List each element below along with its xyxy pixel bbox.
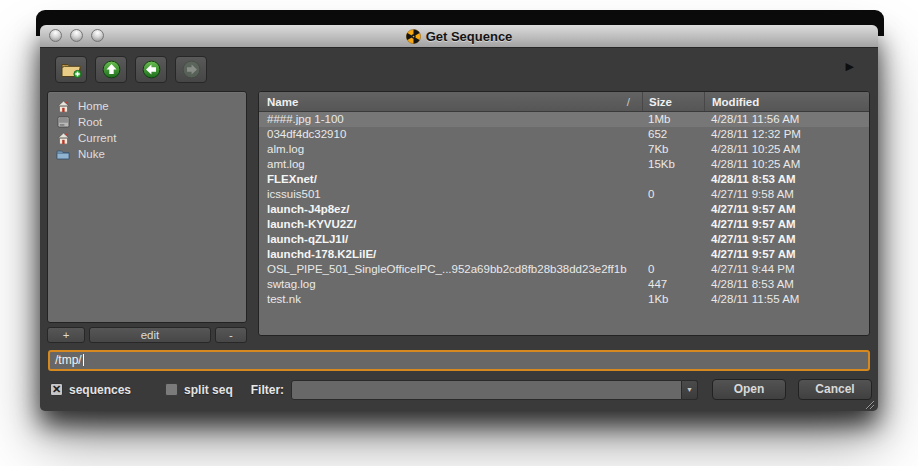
- sequences-checkbox[interactable]: ✕ sequences: [50, 383, 131, 397]
- cell-size: 7Kb: [642, 142, 704, 157]
- window-title: Get Sequence: [426, 29, 513, 44]
- open-button[interactable]: Open: [712, 379, 786, 400]
- cell-size: [642, 172, 704, 187]
- cell-name: icssuis501: [259, 187, 642, 202]
- sidebar-item-label: Nuke: [78, 148, 105, 160]
- filter-input[interactable]: [291, 380, 682, 400]
- column-header-size[interactable]: Size: [642, 92, 704, 111]
- cell-name: amt.log: [259, 157, 642, 172]
- sidebar-item-nuke[interactable]: Nuke: [48, 146, 246, 162]
- table-row[interactable]: alm.log7Kb4/28/11 10:25 AM: [259, 142, 869, 157]
- cell-name: OSL_PIPE_501_SingleOfficeIPC_...952a69bb…: [259, 262, 642, 277]
- table-row[interactable]: ####.jpg 1-1001Mb4/28/11 11:56 AM: [259, 112, 869, 127]
- file-rows: ####.jpg 1-1001Mb4/28/11 11:56 AM034df4d…: [259, 112, 869, 307]
- home-icon: [56, 100, 70, 113]
- cell-size: 1Mb: [642, 112, 704, 127]
- cell-size: [642, 217, 704, 232]
- title-area: Get Sequence: [40, 25, 878, 47]
- cell-size: [642, 232, 704, 247]
- up-directory-button[interactable]: [95, 56, 127, 83]
- text-caret: [83, 354, 84, 366]
- cell-modified: 4/27/11 9:57 AM: [704, 232, 869, 247]
- favorites-panel: Home Root: [47, 91, 247, 323]
- cell-name: alm.log: [259, 142, 642, 157]
- sidebar-item-home[interactable]: Home: [48, 98, 246, 114]
- table-row[interactable]: FLEXnet/4/28/11 8:53 AM: [259, 172, 869, 187]
- cell-modified: 4/28/11 10:25 AM: [704, 157, 869, 172]
- toolbar-overflow-arrow[interactable]: ▶: [846, 61, 854, 72]
- nuke-app-icon: [406, 29, 421, 44]
- file-list-header: Name / Size Modified: [259, 92, 869, 112]
- table-row[interactable]: launch-J4p8ez/4/27/11 9:57 AM: [259, 202, 869, 217]
- hard-drive-icon: [56, 116, 70, 128]
- desktop: Get Sequence: [0, 0, 918, 466]
- cell-name: 034df4dc32910: [259, 127, 642, 142]
- path-value: /tmp/: [55, 353, 82, 367]
- nav-toolbar: [55, 56, 207, 83]
- cell-modified: 4/28/11 8:53 AM: [704, 277, 869, 292]
- add-favorite-button[interactable]: +: [47, 327, 85, 343]
- resize-grip[interactable]: [863, 396, 875, 408]
- cell-name: launch-qZLJ1I/: [259, 232, 642, 247]
- table-row[interactable]: 034df4dc329106524/28/11 12:32 PM: [259, 127, 869, 142]
- checkbox-box: ✕: [50, 383, 63, 396]
- table-row[interactable]: icssuis50104/27/11 9:58 AM: [259, 187, 869, 202]
- forward-button: [175, 56, 207, 83]
- remove-favorite-button[interactable]: -: [215, 327, 247, 343]
- cell-name: launch-J4p8ez/: [259, 202, 642, 217]
- table-row[interactable]: launch-KYVU2Z/4/27/11 9:57 AM: [259, 217, 869, 232]
- cell-name: swtag.log: [259, 277, 642, 292]
- sidebar-item-label: Current: [78, 132, 116, 144]
- cell-size: 0: [642, 262, 704, 277]
- checkbox-label: split seq: [184, 383, 233, 397]
- folder-icon: [56, 149, 70, 160]
- cell-modified: 4/28/11 12:32 PM: [704, 127, 869, 142]
- cell-modified: 4/28/11 10:25 AM: [704, 142, 869, 157]
- table-row[interactable]: launch-qZLJ1I/4/27/11 9:57 AM: [259, 232, 869, 247]
- sidebar-item-label: Home: [78, 100, 109, 112]
- sidebar-item-current[interactable]: Current: [48, 130, 246, 146]
- arrow-forward-icon: [182, 60, 201, 79]
- table-row[interactable]: amt.log15Kb4/28/11 10:25 AM: [259, 157, 869, 172]
- cell-size: 0: [642, 187, 704, 202]
- path-input[interactable]: /tmp/: [48, 350, 870, 371]
- new-folder-icon: [61, 61, 82, 78]
- edit-favorite-button[interactable]: edit: [89, 327, 211, 343]
- sort-indicator: /: [627, 96, 630, 108]
- column-header-modified[interactable]: Modified: [704, 92, 869, 111]
- titlebar[interactable]: Get Sequence: [40, 25, 878, 48]
- back-button[interactable]: [135, 56, 167, 83]
- filter-label: Filter:: [251, 383, 284, 397]
- cell-name: FLEXnet/: [259, 172, 642, 187]
- cell-name: ####.jpg 1-100: [259, 112, 642, 127]
- new-folder-button[interactable]: [55, 56, 87, 83]
- cell-modified: 4/27/11 9:44 PM: [704, 262, 869, 277]
- footer-bar: ✕ sequences split seq Filter: ▼ Open Can…: [50, 379, 872, 400]
- cell-modified: 4/28/11 11:56 AM: [704, 112, 869, 127]
- cancel-button[interactable]: Cancel: [798, 379, 872, 400]
- cell-name: launch-KYVU2Z/: [259, 217, 642, 232]
- favorites-buttons: + edit -: [47, 327, 247, 343]
- table-row[interactable]: swtag.log4474/28/11 8:53 AM: [259, 277, 869, 292]
- chevron-down-icon: ▼: [686, 386, 693, 393]
- table-row[interactable]: OSL_PIPE_501_SingleOfficeIPC_...952a69bb…: [259, 262, 869, 277]
- cell-size: 15Kb: [642, 157, 704, 172]
- arrow-up-icon: [102, 60, 121, 79]
- cell-size: 1Kb: [642, 292, 704, 307]
- sidebar-item-root[interactable]: Root: [48, 114, 246, 130]
- cell-modified: 4/28/11 11:55 AM: [704, 292, 869, 307]
- column-header-name[interactable]: Name /: [259, 92, 642, 111]
- home-icon: [56, 132, 70, 145]
- sidebar-item-label: Root: [78, 116, 102, 128]
- cell-modified: 4/27/11 9:58 AM: [704, 187, 869, 202]
- cell-size: [642, 247, 704, 262]
- file-list-panel: Name / Size Modified ####.jpg 1-1001Mb4/…: [258, 91, 870, 336]
- get-sequence-dialog: Get Sequence: [40, 25, 878, 411]
- filter-dropdown-button[interactable]: ▼: [682, 380, 698, 400]
- table-row[interactable]: test.nk1Kb4/28/11 11:55 AM: [259, 292, 869, 307]
- cell-modified: 4/27/11 9:57 AM: [704, 247, 869, 262]
- split-seq-checkbox[interactable]: split seq: [165, 383, 233, 397]
- table-row[interactable]: launchd-178.K2LilE/4/27/11 9:57 AM: [259, 247, 869, 262]
- arrow-back-icon: [142, 60, 161, 79]
- filter-combobox: ▼: [291, 380, 698, 400]
